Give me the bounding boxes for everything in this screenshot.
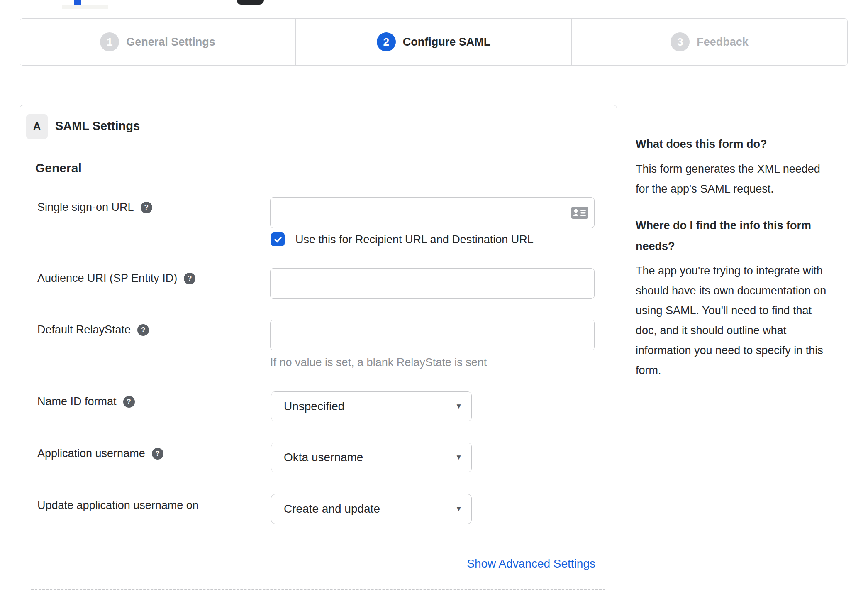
checkmark-icon [273,235,283,245]
nameid-select-value: Unspecified [284,400,344,413]
step-1-label: General Settings [126,36,215,49]
updateusername-label: Update application username on [37,499,199,512]
cutoff-faint-element [62,5,108,9]
wizard-step-general-settings[interactable]: 1 General Settings [20,19,295,65]
step-1-number: 1 [107,36,112,49]
nameid-select[interactable]: Unspecified ▼ [271,391,472,421]
audience-uri-label: Audience URI (SP Entity ID) [37,272,177,285]
recipient-url-checkbox-label: Use this for Recipient URL and Destinati… [295,233,534,246]
nameid-help-icon[interactable]: ? [123,396,135,408]
updateusername-select[interactable]: Create and update ▼ [271,494,472,524]
appusername-select[interactable]: Okta username ▼ [271,443,472,472]
chevron-down-icon: ▼ [455,402,462,411]
chevron-down-icon: ▼ [455,505,462,513]
relaystate-label-row: Default RelayState ? [37,323,149,336]
audience-uri-help-icon[interactable]: ? [184,273,195,284]
nameid-label: Name ID format [37,395,117,408]
appusername-label-row: Application username ? [37,447,163,460]
contact-card-icon[interactable] [571,207,588,220]
updateusername-select-value: Create and update [284,502,380,516]
cutoff-blue-element [74,0,81,5]
sidebar-paragraph-what: This form generates the XML needed for t… [636,159,856,199]
audience-uri-label-row: Audience URI (SP Entity ID) ? [37,272,195,285]
relaystate-help-icon[interactable]: ? [137,324,149,336]
sso-url-label: Single sign-on URL [37,201,134,214]
relaystate-label: Default RelayState [37,323,131,336]
section-badge-letter: A [33,120,41,133]
step-1-circle: 1 [100,32,119,51]
relaystate-helper-text: If no value is set, a blank RelayState i… [270,356,487,369]
sso-url-input[interactable] [270,197,595,228]
relaystate-input[interactable] [270,320,595,350]
step-3-circle: 3 [671,32,690,51]
step-2-number: 2 [383,36,389,49]
appusername-help-icon[interactable]: ? [152,448,163,460]
configure-saml-page: 1 General Settings 2 Configure SAML 3 Fe… [0,0,868,592]
cutoff-dark-element [237,0,264,5]
section-divider [31,589,605,590]
sso-url-help-icon[interactable]: ? [141,202,152,213]
sso-url-input-wrap [270,197,595,228]
wizard-step-feedback[interactable]: 3 Feedback [571,19,847,65]
wizard-step-configure-saml[interactable]: 2 Configure SAML [295,19,571,65]
section-badge: A [26,114,48,139]
sidebar-heading-what: What does this form do? [636,134,856,154]
recipient-url-checkbox[interactable] [271,232,285,246]
panel-title: SAML Settings [55,119,140,133]
sidebar-heading-where: Where do I find the info this form needs… [636,215,856,257]
step-3-label: Feedback [697,36,749,49]
show-advanced-settings-link[interactable]: Show Advanced Settings [467,557,595,570]
audience-uri-input[interactable] [270,268,595,299]
updateusername-label-row: Update application username on [37,499,199,512]
step-2-label: Configure SAML [403,36,490,49]
step-2-circle: 2 [377,32,396,51]
chevron-down-icon: ▼ [455,453,462,462]
appusername-select-value: Okta username [284,451,363,464]
step-3-number: 3 [677,36,683,49]
group-title: General [35,161,82,175]
sidebar-paragraph-where: The app you're trying to integrate with … [636,261,856,380]
wizard-step-bar: 1 General Settings 2 Configure SAML 3 Fe… [20,18,848,66]
appusername-label: Application username [37,447,145,460]
nameid-label-row: Name ID format ? [37,395,135,408]
sso-url-label-row: Single sign-on URL ? [37,201,152,214]
